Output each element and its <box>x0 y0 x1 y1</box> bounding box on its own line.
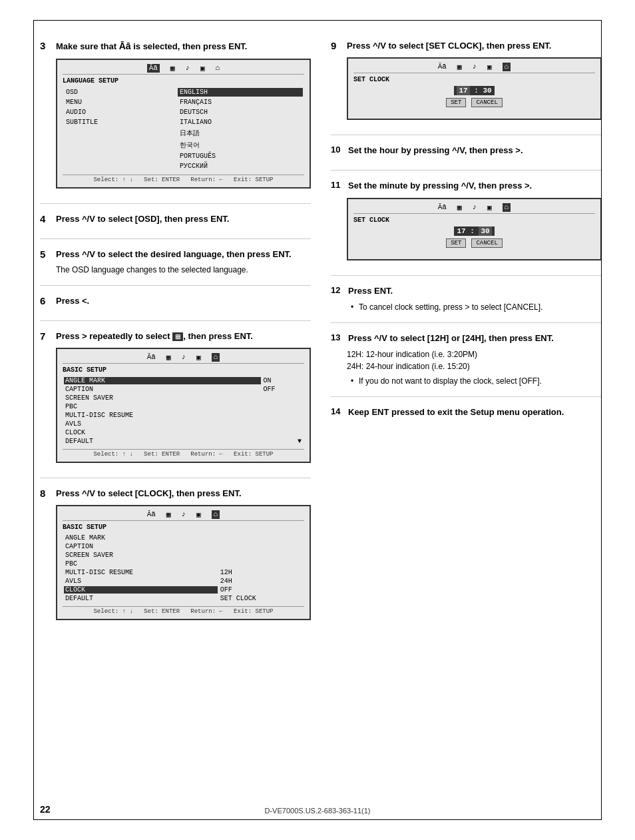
basic1-row-default: DEFAULT ▼ <box>64 438 303 445</box>
basic2-avls-label: AVLS <box>64 578 218 585</box>
step-4-header: 4 Press ^/V to select [OSD], then press … <box>40 213 311 225</box>
content: 3 Make sure that Āā is selected, then pr… <box>40 27 602 644</box>
basic1-scroll: ▼ <box>262 438 303 445</box>
basic2-row-clock: CLOCK OFF <box>64 586 303 594</box>
step-12-bullet-1: To cancel clock setting, press > to sele… <box>351 301 602 313</box>
screen-set-clock-1: Āā ▦ ♪ ▣ ⌂ SET CLOCK 17 : 30 SET CANCEL <box>347 57 602 120</box>
border-right <box>601 20 602 820</box>
icon-video-b2: ▣ <box>196 510 201 519</box>
step-4-number: 4 <box>40 213 52 224</box>
basic1-row-mdr: MULTI-DISC RESUME <box>64 412 303 419</box>
screen-lang-title: LANGUAGE SETUP <box>63 77 304 85</box>
basic2-caption-label: CAPTION <box>64 543 218 550</box>
icon-menu-b2: ▦ <box>166 510 171 519</box>
step-8-number: 8 <box>40 488 52 499</box>
icon-lang-b2: Āā <box>147 510 156 519</box>
step-9-text: Press ^/V to select [SET CLOCK], then pr… <box>347 40 551 52</box>
clock-min-2: 30 <box>479 226 491 236</box>
lang-row-jp: 日本語 <box>64 128 303 139</box>
border-bottom <box>33 819 602 820</box>
step-14-number: 14 <box>331 406 344 416</box>
set-btn-2[interactable]: SET <box>446 238 466 248</box>
clock-buttons-2: SET CANCEL <box>353 238 595 248</box>
icon-video-sc2: ▣ <box>487 203 492 212</box>
step-12-header: 12 Press ENT. <box>331 285 602 297</box>
step-11-text: Set the minute by pressing ^/V, then pre… <box>348 180 532 192</box>
icon-audio-sc2: ♪ <box>472 203 477 212</box>
step-14-header: 14 Keep ENT pressed to exit the Setup me… <box>331 406 602 418</box>
basic2-caption-val <box>219 543 303 550</box>
step-12-number: 12 <box>331 285 344 295</box>
footer-text: D-VE7000S.US.2-683-363-11(1) <box>265 807 371 815</box>
basic1-angle-label: ANGLE MARK <box>64 377 261 384</box>
step-13-number: 13 <box>331 332 344 342</box>
step-6-text: Press <. <box>56 295 89 307</box>
screen-language-setup: Āā ▦ ♪ ▣ ⌂ LANGUAGE SETUP OSD ENGLISH M <box>56 59 311 189</box>
basic2-angle-val <box>219 534 303 542</box>
step-7: 7 Press > repeatedly to select ⊞, then p… <box>40 330 311 478</box>
basic2-row-caption: CAPTION <box>64 543 303 550</box>
basic1-mdr-val <box>262 412 303 419</box>
basic1-row-caption: CAPTION OFF <box>64 386 303 393</box>
basic1-pbc-label: PBC <box>64 403 261 410</box>
step-5-desc: The OSD language changes to the selected… <box>56 264 311 276</box>
clock-time-1: 17 : 30 <box>454 86 494 95</box>
step-8: 8 Press ^/V to select [CLOCK], then pres… <box>40 488 311 635</box>
cancel-btn-2[interactable]: CANCEL <box>471 238 502 248</box>
step-5-header: 5 Press ^/V to select the desired langua… <box>40 248 311 260</box>
icon-audio-sc1: ♪ <box>472 63 477 71</box>
basic2-avls-val: 24H <box>219 578 303 585</box>
clock-time-2: 17 : 30 <box>454 226 494 236</box>
step-10-number: 10 <box>331 145 344 155</box>
lang-francais: FRANÇAIS <box>178 98 303 107</box>
lang-japanese: 日本語 <box>178 128 303 139</box>
step-3-number: 3 <box>40 40 52 51</box>
basic1-avls-label: AVLS <box>64 420 261 428</box>
basic1-row-screensaver: SCREEN SAVER <box>64 394 303 402</box>
icon-video-sc1: ▣ <box>487 63 492 71</box>
screen-basic2-title: BASIC SETUP <box>63 524 304 531</box>
basic1-caption-label: CAPTION <box>64 386 261 393</box>
basic1-clock-label: CLOCK <box>64 429 261 436</box>
basic2-clock-val: OFF <box>219 586 303 594</box>
screen-icons-basic1: Āā ▦ ♪ ▣ ⌂ <box>63 353 304 364</box>
lang-row-osd: OSD ENGLISH <box>64 88 303 97</box>
step-13-text: Press ^/V to select [12H] or [24H], then… <box>348 332 554 344</box>
step-13-desc: 12H: 12-hour indication (i.e. 3:20PM) 24… <box>347 348 602 372</box>
lang-empty3 <box>64 152 176 161</box>
icon-setup: ⌂ <box>216 64 220 73</box>
basic2-row-avls: AVLS 24H <box>64 578 303 585</box>
lang-row-audio: AUDIO DEUTSCH <box>64 108 303 117</box>
cancel-btn-1[interactable]: CANCEL <box>471 98 502 107</box>
step-6: 6 Press <. <box>40 295 311 321</box>
basic1-row-clock: CLOCK <box>64 429 303 436</box>
icon-lang-sc1: Āā <box>438 63 447 71</box>
basic2-default-label: DEFAULT <box>64 595 218 602</box>
basic2-pbc-val <box>219 560 303 568</box>
basic2-row-angle: ANGLE MARK <box>64 534 303 542</box>
icon-setup-sc2: ⌂ <box>503 203 511 212</box>
step-10-header: 10 Set the hour by pressing ^/V, then pr… <box>331 145 602 157</box>
icon-setup-b2: ⌂ <box>212 510 220 519</box>
lang-empty1 <box>64 128 176 139</box>
step-3-header: 3 Make sure that Āā is selected, then pr… <box>40 40 311 53</box>
basic1-pbc-val <box>262 403 303 410</box>
step-13-desc-24h: 24H: 24-hour indication (i.e. 15:20) <box>347 360 602 372</box>
step-5: 5 Press ^/V to select the desired langua… <box>40 248 311 286</box>
screen-clock-display-2: 17 : 30 <box>353 226 595 236</box>
lang-empty2 <box>64 140 176 151</box>
screen-icons-basic2: Āā ▦ ♪ ▣ ⌂ <box>63 510 304 521</box>
step-12-text: Press ENT. <box>348 285 393 297</box>
screen-basic2-footer: Select: ↑ ↓ Set: ENTER Return: ← Exit: S… <box>63 606 304 615</box>
step-9-header: 9 Press ^/V to select [SET CLOCK], then … <box>331 40 602 52</box>
step-11-number: 11 <box>331 180 344 190</box>
basic2-row-mdr: MULTI-DISC RESUME 12H <box>64 569 303 576</box>
screen-basic-setup-2: Āā ▦ ♪ ▣ ⌂ BASIC SETUP ANGLE MARK CAPT <box>56 505 311 620</box>
lang-row-pt: PORTUGUÊS <box>64 152 303 161</box>
basic2-screensaver-val <box>219 552 303 559</box>
screen-set-clock-2: Āā ▦ ♪ ▣ ⌂ SET CLOCK 17 : 30 SET CANCEL <box>347 198 602 260</box>
basic1-screensaver-val <box>262 394 303 402</box>
lang-empty4 <box>64 162 176 171</box>
set-btn-1[interactable]: SET <box>446 98 466 107</box>
lang-menu-label: MENU <box>64 98 176 107</box>
